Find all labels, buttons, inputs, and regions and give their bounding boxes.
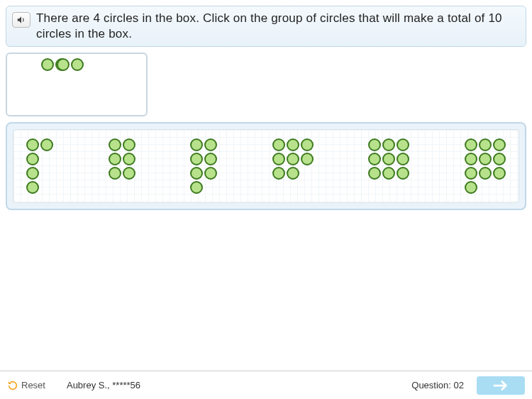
option-group-10[interactable]: [465, 138, 506, 194]
student-label: Aubrey S., *****56: [67, 380, 140, 390]
circle: [123, 138, 135, 151]
circle: [368, 167, 381, 180]
option-group-9[interactable]: [368, 138, 409, 180]
circle: [465, 138, 477, 151]
option-group-7[interactable]: [190, 138, 217, 194]
circle: [397, 138, 409, 151]
circle: [465, 181, 477, 194]
options-row: [13, 129, 519, 203]
circle: [190, 181, 203, 194]
speaker-icon: [16, 15, 26, 25]
circle: [479, 153, 492, 165]
circle: [26, 153, 39, 165]
circle: [204, 138, 217, 151]
circle: [382, 138, 395, 151]
circle: [287, 153, 299, 165]
circle: [204, 153, 217, 165]
audio-button[interactable]: [12, 12, 31, 28]
circle: [465, 167, 477, 180]
reset-button[interactable]: Reset: [7, 380, 45, 391]
circle: [479, 138, 492, 151]
circle: [493, 138, 506, 151]
instruction-bar: There are 4 circles in the box. Click on…: [6, 6, 526, 47]
footer-bar: Reset Aubrey S., *****56 Question: 02: [0, 371, 532, 399]
circle: [272, 167, 285, 180]
circle: [26, 138, 39, 151]
option-group-5[interactable]: [26, 138, 53, 194]
option-group-8[interactable]: [272, 138, 314, 180]
circle: [26, 181, 39, 194]
circle: [190, 153, 203, 165]
circle: [368, 153, 381, 165]
circle: [272, 153, 285, 165]
circle: [26, 167, 39, 180]
circle: [287, 138, 299, 151]
circle: [109, 153, 121, 165]
circle: [493, 153, 506, 165]
circle: [71, 58, 84, 71]
circle: [204, 167, 217, 180]
reset-icon: [7, 380, 18, 391]
circle: [190, 167, 203, 180]
circle: [465, 153, 477, 165]
circle: [123, 153, 135, 165]
reset-label: Reset: [21, 380, 45, 390]
circle: [109, 167, 121, 180]
question-label: Question: 02: [411, 380, 464, 390]
circle: [493, 167, 506, 180]
circles-box: [6, 53, 148, 116]
circle: [272, 138, 285, 151]
circle: [479, 167, 492, 180]
circle: [41, 58, 54, 71]
circle: [123, 167, 135, 180]
next-button[interactable]: [477, 376, 525, 395]
circle: [301, 138, 314, 151]
circle: [40, 138, 53, 151]
circle: [368, 138, 381, 151]
circle: [190, 138, 203, 151]
circle: [287, 167, 299, 180]
circle: [397, 153, 409, 165]
circle: [382, 167, 395, 180]
option-group-6[interactable]: [109, 138, 135, 180]
answer-panel: [6, 122, 526, 210]
circle: [382, 153, 395, 165]
circle: [57, 58, 70, 71]
circle: [397, 167, 409, 180]
circle: [301, 153, 314, 165]
instruction-text: There are 4 circles in the box. Click on…: [36, 11, 520, 42]
arrow-right-icon: [493, 380, 509, 391]
circle: [109, 138, 121, 151]
